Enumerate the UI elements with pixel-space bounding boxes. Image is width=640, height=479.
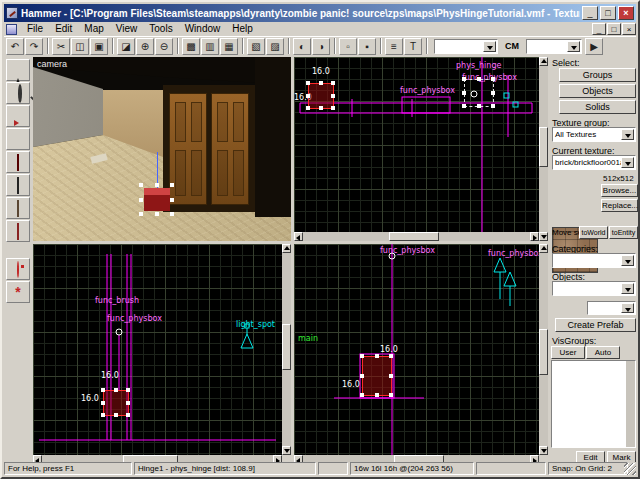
objects-combo[interactable] (552, 281, 636, 296)
selection-handle[interactable] (319, 106, 323, 110)
selection-handle[interactable] (491, 91, 495, 95)
mdi-restore-button[interactable]: □ (607, 23, 621, 35)
selection-handle[interactable] (126, 401, 130, 405)
selection-handle[interactable] (101, 388, 105, 392)
minimize-button[interactable]: _ (582, 6, 598, 20)
selection-handle[interactable] (155, 183, 159, 187)
menu-map[interactable]: Map (78, 22, 109, 36)
menu-view[interactable]: View (110, 22, 144, 36)
selection-tool-button[interactable] (6, 59, 30, 81)
menu-file[interactable]: File (21, 22, 49, 36)
browse-button[interactable]: Browse... (601, 184, 638, 197)
viewport-side-vscrollbar[interactable] (282, 244, 291, 455)
select-objects-button[interactable]: Objects (559, 84, 636, 98)
selection-handle[interactable] (139, 183, 143, 187)
carve-icon[interactable]: ◪ (117, 38, 135, 55)
mdi-minimize-button[interactable]: _ (592, 23, 606, 35)
selected-brush-top[interactable] (308, 83, 334, 109)
categories-combo[interactable] (552, 253, 636, 268)
visgroups-scrollbar[interactable] (626, 361, 635, 447)
menu-window[interactable]: Window (179, 22, 227, 36)
viewport-2d-top[interactable]: 16.016.0func_physboxphys_hingefunc_physb… (294, 57, 539, 232)
visgroups-list[interactable] (551, 360, 636, 448)
mdi-close-button[interactable]: × (622, 23, 636, 35)
selection-handle[interactable] (101, 413, 105, 417)
camera-tool-button[interactable] (6, 105, 30, 127)
edit-cordon-icon[interactable]: ▨ (266, 38, 284, 55)
texture-application-tool-button[interactable] (6, 174, 30, 196)
visgroups-tab-user[interactable]: User (551, 346, 585, 359)
viewport-2d-side[interactable]: func_brushfunc_physboxlight_spot16.016.0 (33, 244, 282, 455)
selection-handle[interactable] (331, 106, 335, 110)
scroll-up-button[interactable] (539, 57, 548, 66)
scroll-left-button[interactable] (294, 232, 303, 241)
selection-handle[interactable] (101, 401, 105, 405)
redo-icon[interactable]: ↷ (25, 38, 43, 55)
clipping-tool-button[interactable] (6, 220, 30, 242)
selection-handle[interactable] (114, 388, 118, 392)
selection-handle[interactable] (170, 212, 174, 216)
ignore-groups-icon[interactable]: ▩ (182, 38, 200, 55)
copy-icon[interactable]: ◫ (71, 38, 89, 55)
selection-handle[interactable] (306, 106, 310, 110)
hide-selected-icon[interactable]: ▥ (201, 38, 219, 55)
selection-handle[interactable] (139, 212, 143, 216)
selection-handle[interactable] (319, 81, 323, 85)
block-tool-button[interactable] (6, 151, 30, 173)
scroll-down-button[interactable] (282, 446, 291, 455)
selection-handle[interactable] (491, 104, 495, 108)
selection-handle[interactable] (126, 388, 130, 392)
toolbar-filter-combo[interactable] (434, 39, 498, 54)
chevron-down-icon[interactable] (621, 157, 634, 168)
select-solids-button[interactable]: Solids (559, 100, 636, 114)
menu-help[interactable]: Help (226, 22, 259, 36)
selection-handle[interactable] (389, 393, 393, 397)
selected-brush-front[interactable] (362, 356, 392, 396)
selection-handle[interactable] (389, 374, 393, 378)
viewport-top-hscrollbar[interactable] (294, 232, 539, 241)
selection-handle[interactable] (170, 198, 174, 202)
chevron-down-icon[interactable] (621, 129, 634, 140)
viewport-2d-front[interactable]: func_physboxfunc_physboxmain16.016.0 (294, 244, 539, 455)
select-groups-button[interactable]: Groups (559, 68, 636, 82)
selection-handle[interactable] (170, 183, 174, 187)
magnify-tool-button[interactable] (6, 82, 30, 104)
texture-lock-icon[interactable]: T (404, 38, 422, 55)
selected-entity-top[interactable] (464, 79, 494, 107)
close-button[interactable]: × (618, 6, 634, 20)
scroll-right-button[interactable] (530, 232, 539, 241)
selection-handle[interactable] (360, 354, 364, 358)
move-to-world-button[interactable]: toWorld (579, 226, 608, 239)
chevron-down-icon[interactable] (483, 41, 496, 52)
chevron-down-icon[interactable] (621, 283, 634, 294)
selection-handle[interactable] (375, 354, 379, 358)
show-all-icon[interactable]: ▦ (220, 38, 238, 55)
texture-group-combo[interactable]: All Textures (552, 127, 636, 142)
selection-handle[interactable] (462, 104, 466, 108)
run-map-icon[interactable]: ▶ (585, 38, 603, 55)
selection-handle[interactable] (306, 81, 310, 85)
selection-handle[interactable] (375, 393, 379, 397)
cordon-icon[interactable]: ▧ (247, 38, 265, 55)
selection-handle[interactable] (139, 198, 143, 202)
scroll-up-button[interactable] (539, 244, 548, 253)
selection-handle[interactable] (462, 77, 466, 81)
selection-handle[interactable] (155, 212, 159, 216)
viewport-3d[interactable]: camera (33, 57, 291, 241)
paste-icon[interactable]: ▣ (90, 38, 108, 55)
snap-toggle-icon[interactable]: ≡ (385, 38, 403, 55)
larger-grid-icon[interactable]: ▪ (358, 38, 376, 55)
selection-handle[interactable] (126, 413, 130, 417)
selection-bounds-3d[interactable] (142, 186, 172, 214)
path-tool-button[interactable]: * (6, 281, 30, 303)
cut-icon[interactable]: ✂ (52, 38, 70, 55)
replace-button[interactable]: Replace... (601, 199, 638, 212)
viewport-front-vscrollbar[interactable] (539, 244, 548, 455)
ungroup-icon[interactable]: ⊖ (155, 38, 173, 55)
selection-handle[interactable] (360, 393, 364, 397)
maximize-button[interactable]: □ (600, 6, 616, 20)
selection-handle[interactable] (114, 413, 118, 417)
chevron-down-icon[interactable] (621, 255, 634, 266)
selected-brush-side[interactable] (103, 390, 129, 416)
scroll-thumb[interactable] (389, 232, 439, 241)
